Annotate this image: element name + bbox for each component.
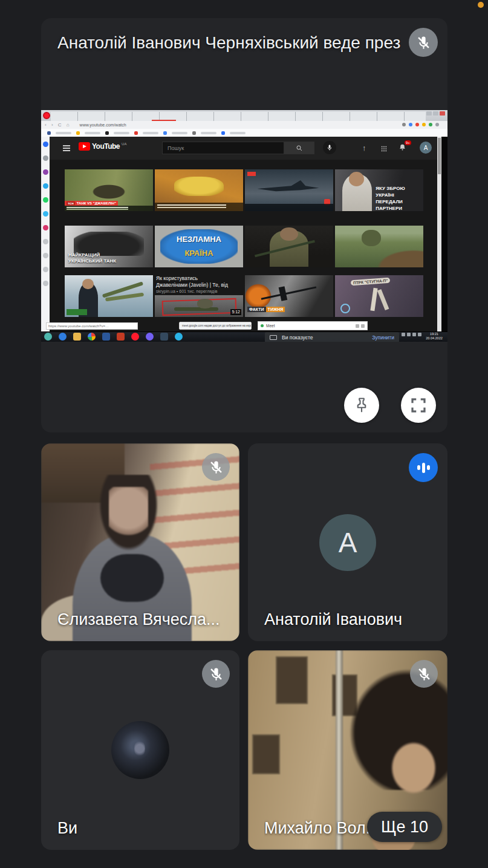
viber-icon xyxy=(146,333,154,341)
video-thumbnail-unbreakable-country: НЕЗЛАМНА КРАЇНА xyxy=(155,226,243,267)
video-thumbnail-missile-field xyxy=(335,226,423,267)
green-dot-icon xyxy=(261,324,264,327)
participant-tile-anatolii[interactable]: А Анатолій Іванович xyxy=(248,443,447,641)
browser-tabs xyxy=(51,112,426,121)
youtube-logo: YouTube UA xyxy=(79,142,126,151)
youtube-avatar: А xyxy=(420,142,432,154)
bookmarks-bar xyxy=(41,129,447,137)
browser-address-bar: ‹ › C ⌂ www.youtube.com/watch xyxy=(41,121,447,129)
avatar xyxy=(111,721,169,779)
mic-off-icon xyxy=(202,453,230,481)
meet-mini-window: Meet xyxy=(258,321,368,330)
powerpoint-icon xyxy=(117,333,125,341)
word-icon xyxy=(102,333,110,341)
media-player-icon xyxy=(44,333,52,341)
participant-tile-you[interactable]: Ви xyxy=(41,650,239,850)
app-icon xyxy=(160,333,168,341)
opera-sidebar xyxy=(41,137,50,331)
avatar: А xyxy=(319,514,376,571)
window-controls xyxy=(426,111,445,116)
participant-name: Ви xyxy=(57,819,77,838)
search-icon xyxy=(284,142,314,154)
system-tray-icons xyxy=(402,333,421,336)
youtube-play-icon xyxy=(79,142,90,151)
nav-buttons: ‹ › C ⌂ xyxy=(45,122,71,128)
youtube-header: YouTube UA Пошук ↑ xyxy=(50,137,437,160)
screen-share-toast: meet.google.com надав доступ до зображен… xyxy=(179,322,252,330)
internet-explorer-icon xyxy=(59,333,67,341)
pin-icon xyxy=(353,396,371,414)
notification-count-badge: 9+ xyxy=(405,140,411,145)
extension-icons xyxy=(402,123,439,126)
speaking-indicator-icon xyxy=(409,453,438,482)
pin-button[interactable] xyxy=(344,388,379,423)
meet-call-screen: Анатолій Іванович Черняхівський веде пре… xyxy=(0,0,488,868)
participant-name: Михайло Вол... xyxy=(264,819,376,838)
taskbar-clock: 19:21 20.04.2022 xyxy=(422,332,446,341)
screen-right-edge xyxy=(441,137,447,331)
video-thumbnail-expo-launchers xyxy=(65,275,153,317)
video-thumbnail-drone-facts: ФАКТИТИЖНЯ xyxy=(245,275,333,317)
camera-active-indicator-dot xyxy=(478,2,484,8)
screen-share-icon xyxy=(270,335,277,340)
video-thumbnail-weapons-partners: ЯКУ ЗБРОЮ УКРАЇНІ ПЕРЕДАЛИ ПАРТНЕРИ xyxy=(335,169,423,211)
youtube-search-input: Пошук xyxy=(162,142,284,154)
shared-screen-image: ‹ › C ⌂ www.youtube.com/watch xyxy=(41,110,447,342)
mini-window-controls xyxy=(356,324,367,328)
video-thumbnail-stugna: ПТРК "СТУГНА-П" xyxy=(335,275,423,317)
participant-name: Анатолій Іванович xyxy=(264,610,402,629)
chrome-icon xyxy=(88,333,96,341)
browser-tab-strip xyxy=(41,110,447,121)
you-are-presenting-bar: Ви показуєте Зупинити xyxy=(265,332,399,342)
address-url: www.youtube.com/watch xyxy=(80,123,126,127)
mic-off-icon xyxy=(410,660,438,688)
presentation-tile[interactable]: Анатолій Іванович Черняхівський веде пре… xyxy=(41,18,447,432)
stop-presenting-button: Зупинити xyxy=(372,334,394,341)
opera-icon xyxy=(131,333,139,341)
status-url-tooltip: https://www.youtube.com/watch?v=… xyxy=(46,322,138,330)
video-duration-badge: 5:12 xyxy=(230,309,241,315)
fullscreen-button[interactable] xyxy=(401,388,436,423)
fullscreen-icon xyxy=(409,396,428,414)
mic-off-icon xyxy=(202,660,230,688)
video-thumbnail-soldiers-field: тснТАНК VS "ДЖАВЕЛІН" xyxy=(65,169,153,211)
presentation-title: Анатолій Іванович Черняхівський веде пре… xyxy=(57,33,400,53)
more-participants-badge[interactable]: Ще 10 xyxy=(367,812,442,842)
video-thumbnail-soldier-weapon xyxy=(245,226,333,267)
participant-tile-yelyzaveta[interactable]: Єлизавета Вячесла... xyxy=(41,443,239,641)
voice-search-icon xyxy=(323,141,336,154)
folder-icon xyxy=(73,333,81,341)
video-thumbnail-fighter-jet xyxy=(245,169,333,211)
meet-camera-icon xyxy=(175,333,183,341)
opera-logo-icon xyxy=(43,112,50,119)
page-scrollbar xyxy=(437,137,441,331)
apps-grid-icon xyxy=(381,145,387,154)
hamburger-menu-icon xyxy=(63,145,70,151)
participant-name: Єлизавета Вячесла... xyxy=(57,610,220,629)
video-thumbnail-best-tank: НАЙКРАЩИЙ УКРАЇНСЬКИЙ ТАНК xyxy=(65,226,153,267)
participant-tile-mykhailo[interactable]: Михайло Вол... Ще 10 xyxy=(248,650,447,850)
video-thumbnail-yellow-vehicle xyxy=(155,169,243,211)
taskbar-icons xyxy=(44,333,183,341)
video-thumbnail-javelin-howto: Як користуватись Джавелінами (Javelin) |… xyxy=(155,275,243,317)
mic-off-icon xyxy=(409,28,438,57)
upload-icon: ↑ xyxy=(362,143,366,152)
close-icon xyxy=(440,111,445,116)
